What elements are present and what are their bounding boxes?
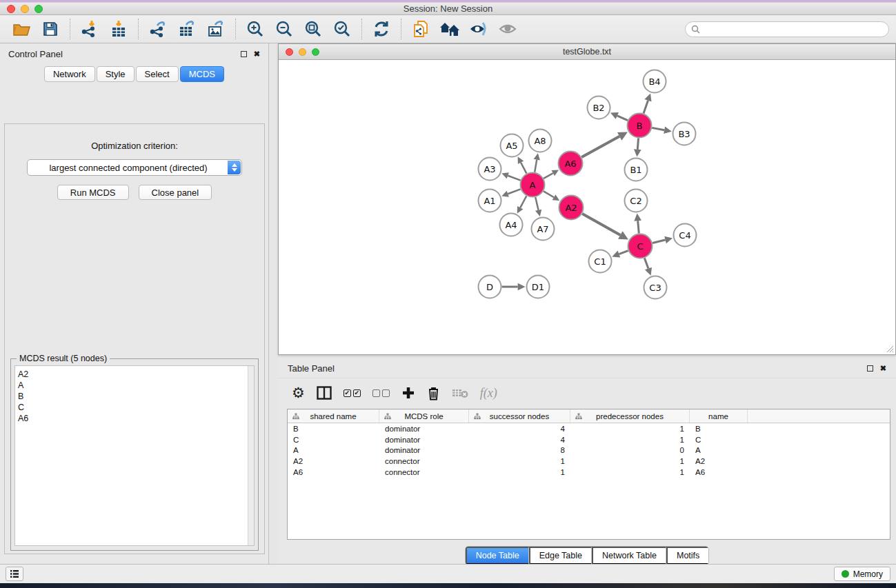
column-header-successor-nodes[interactable]: successor nodes [469, 409, 570, 423]
import-table-button[interactable] [104, 17, 133, 41]
graph-node-C3[interactable]: C3 [644, 276, 667, 299]
close-network-button[interactable] [286, 48, 293, 56]
graph-node-A4[interactable]: A4 [500, 214, 523, 236]
export-image-button[interactable] [201, 17, 230, 41]
apply-layout-button[interactable] [367, 17, 396, 41]
table-cell[interactable]: dominator [379, 436, 469, 444]
tab-style[interactable]: Style [97, 66, 135, 82]
table-row[interactable]: Bdominator41B [288, 423, 890, 434]
graph-node-B1[interactable]: B1 [625, 159, 648, 181]
column-header-shared-name[interactable]: shared name [288, 409, 379, 423]
network-canvas[interactable]: B4B2BB3A8A5A6A3B1AA1C2A2A4A7C4CC1DD1C3 [279, 60, 895, 354]
graph-node-D1[interactable]: D1 [527, 276, 550, 298]
table-settings-icon[interactable]: ⚙ [292, 383, 305, 403]
zoom-network-button[interactable] [312, 48, 319, 56]
table-cell[interactable]: 1 [469, 468, 570, 476]
run-mcds-button[interactable]: Run MCDS [57, 185, 129, 200]
task-history-button[interactable] [6, 567, 23, 581]
table-cell[interactable]: dominator [379, 425, 469, 433]
column-header-name[interactable]: name [690, 409, 748, 423]
table-cell[interactable]: 0 [570, 446, 690, 454]
search-input[interactable] [704, 24, 883, 34]
network-window-titlebar[interactable]: testGlobe.txt [279, 44, 895, 60]
close-window-button[interactable] [7, 5, 15, 13]
table-cell[interactable]: connector [379, 468, 469, 476]
memory-button[interactable]: Memory [834, 567, 890, 581]
show-column-panel-icon[interactable] [317, 383, 332, 403]
graph-node-C[interactable]: C [628, 234, 653, 258]
graph-node-B[interactable]: B [628, 114, 652, 138]
float-panel-icon[interactable] [241, 51, 247, 57]
zoom-fit-button[interactable] [299, 17, 328, 41]
graph-node-B3[interactable]: B3 [673, 123, 696, 145]
close-table-panel-icon[interactable]: ✖ [880, 365, 886, 372]
delete-column-icon[interactable] [427, 383, 440, 403]
table-cell[interactable]: dominator [379, 446, 469, 454]
table-cell[interactable]: 1 [570, 425, 690, 433]
graph-node-D[interactable]: D [479, 276, 501, 298]
table-cell[interactable]: 4 [469, 425, 570, 433]
open-session-button[interactable] [7, 17, 36, 41]
table-row[interactable]: A6connector11A6 [288, 467, 890, 478]
mcds-result-list[interactable]: A2ABCA6 [14, 365, 255, 546]
table-cell[interactable]: C [288, 436, 379, 444]
graph-edge-C-C4[interactable] [653, 240, 666, 243]
graph-edge-A-A1[interactable] [508, 189, 520, 194]
result-list-scrollbar[interactable] [248, 366, 254, 545]
graph-node-C1[interactable]: C1 [589, 250, 612, 273]
table-row[interactable]: Cdominator41C [288, 434, 890, 445]
delete-table-icon[interactable] [452, 383, 468, 403]
table-cell[interactable]: 1 [570, 468, 690, 476]
minimize-window-button[interactable] [21, 5, 29, 13]
table-row[interactable]: Adominator80A [288, 445, 890, 456]
export-network-button[interactable] [143, 17, 172, 41]
show-all-networks-button[interactable] [435, 17, 464, 41]
graph-edge-A-A4[interactable] [520, 196, 526, 207]
select-all-columns-icon[interactable]: ✔✔ [344, 383, 361, 403]
show-graphics-details-button[interactable] [493, 17, 522, 41]
graph-edge-A-A8[interactable] [535, 160, 537, 172]
graph-edge-A-A5[interactable] [521, 163, 526, 174]
graph-node-A8[interactable]: A8 [529, 130, 552, 152]
window-resize-grip[interactable] [885, 344, 894, 353]
graph-node-A7[interactable]: A7 [532, 218, 555, 241]
graph-node-C2[interactable]: C2 [625, 190, 648, 212]
table-cell[interactable]: A [288, 446, 379, 454]
zoom-selected-button[interactable] [328, 17, 357, 41]
table-cell[interactable]: 8 [469, 446, 570, 454]
table-cell[interactable]: A2 [288, 457, 379, 465]
graph-edge-A-A6[interactable] [544, 173, 553, 179]
mcds-result-item[interactable]: A [18, 380, 254, 391]
graph-node-A[interactable]: A [521, 173, 545, 197]
tab-select[interactable]: Select [136, 66, 179, 82]
table-cell[interactable]: A2 [690, 457, 748, 465]
graph-edge-A-A3[interactable] [508, 176, 520, 181]
mcds-result-item[interactable]: A6 [18, 413, 254, 424]
add-column-icon[interactable] [401, 383, 415, 403]
table-cell[interactable]: connector [379, 457, 469, 465]
table-cell[interactable]: B [288, 425, 379, 433]
graph-edge-C-C1[interactable] [619, 251, 628, 254]
criterion-select[interactable]: largest connected component (directed) [27, 159, 242, 176]
graph-edge-C-C3[interactable] [644, 258, 648, 268]
zoom-in-button[interactable] [241, 17, 270, 41]
close-panel-button[interactable]: Close panel [139, 185, 212, 200]
graph-node-A3[interactable]: A3 [479, 158, 501, 181]
table-row[interactable]: A2connector11A2 [288, 456, 890, 467]
graph-edge-B-B1[interactable] [637, 138, 638, 149]
graph-node-B2[interactable]: B2 [588, 97, 610, 119]
graph-edge-A2-C[interactable] [582, 214, 620, 235]
export-table-button[interactable] [172, 17, 201, 41]
graph-edge-A-A7[interactable] [535, 197, 538, 210]
table-cell[interactable]: A6 [288, 468, 379, 476]
network-graph[interactable]: B4B2BB3A8A5A6A3B1AA1C2A2A4A7C4CC1DD1C3 [279, 60, 894, 354]
table-cell[interactable]: A [690, 446, 748, 454]
import-network-button[interactable] [75, 17, 104, 41]
save-session-button[interactable] [36, 17, 65, 41]
search-field[interactable] [685, 21, 889, 37]
duplicate-network-button[interactable] [406, 17, 435, 41]
graph-node-B4[interactable]: B4 [644, 70, 666, 93]
graph-edge-B-B4[interactable] [644, 101, 648, 114]
tab-node-table[interactable]: Node Table [466, 547, 529, 565]
table-cell[interactable]: B [690, 425, 748, 433]
